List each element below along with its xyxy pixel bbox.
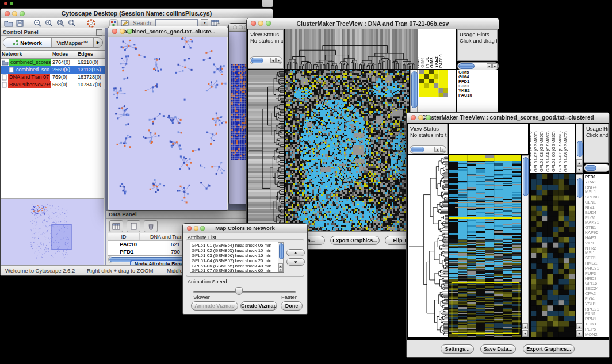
usage-hints-scrollbar[interactable] (584, 164, 610, 172)
network-graph-canvas[interactable] (109, 37, 227, 210)
create-vizmap-button[interactable]: Create Vizmap (240, 301, 277, 311)
heatmap-vscrollbar[interactable]: ▴ ▾ (522, 155, 529, 337)
gene-label[interactable]: VIP1 (585, 241, 609, 246)
gene-label[interactable]: PAC10 (458, 93, 498, 98)
column-label[interactable]: GPL51-07 (GSM868) (558, 131, 563, 172)
gene-label[interactable]: NTR2 (585, 246, 609, 251)
dialog-titlebar[interactable]: Map Colors to Network (183, 224, 307, 233)
zoom-fit-icon[interactable] (68, 19, 76, 27)
col-edges[interactable]: Edges (76, 51, 104, 58)
attribute-item[interactable]: GPL51-07 (GSM868) heat shock 60 min (192, 268, 277, 273)
gene-label[interactable]: TCB3 (585, 322, 609, 327)
speed-slider-track[interactable] (193, 291, 296, 293)
column-label[interactable]: GPL51-03 (GSM856) (540, 131, 544, 172)
zoom-in-icon[interactable] (45, 19, 53, 27)
gene-label[interactable]: MON2 (585, 332, 609, 338)
export-graphics-button[interactable]: Export Graphics... (330, 236, 380, 245)
gene-label[interactable]: RPN1 (585, 317, 609, 322)
gene-label[interactable]: HRD3 (585, 277, 609, 282)
tab-vizmapper[interactable]: VizMapper™ (52, 38, 94, 47)
close-icon[interactable] (187, 226, 192, 231)
gene-label[interactable]: BUD4 (585, 210, 609, 216)
column-dendrogram-canvas[interactable] (285, 29, 418, 69)
network1-titlebar[interactable]: combined_scores_good.txt--cluste... (108, 26, 228, 37)
minimize-icon[interactable] (12, 11, 17, 16)
tab-more-button[interactable]: ▶ (94, 38, 102, 47)
attribute-item[interactable]: GPL51-04 (GSM857) heat shock 20 min (192, 258, 277, 263)
zoom-icon[interactable] (127, 29, 132, 34)
gene-label[interactable]: RNR4 (585, 185, 609, 190)
export-graphics-button[interactable]: Export Graphics... (523, 344, 575, 354)
gene-label[interactable]: HMG1 (585, 261, 609, 266)
column-label[interactable]: GPL51-06 (GSM865) (552, 131, 556, 172)
close-icon[interactable] (251, 21, 256, 26)
gene-label[interactable]: PFD1 (585, 175, 609, 180)
tab-network[interactable]: Network (3, 38, 52, 47)
zoom-out-icon[interactable] (33, 19, 42, 27)
gene-label[interactable]: PEP5 (585, 327, 609, 332)
save-data-button[interactable]: Save Data... (480, 344, 516, 354)
gene-label[interactable]: NIS1 (585, 205, 609, 210)
col-network[interactable]: Network (1, 51, 51, 58)
gene-label[interactable]: RPO21 (585, 307, 609, 312)
row-dendrogram-canvas[interactable] (408, 155, 448, 337)
network-row-selected[interactable]: combined_sco 2569(6) 13112(15) (1, 66, 105, 74)
attribute-item[interactable]: GPL51-06 (GSM865) heat shock 40 min (192, 263, 277, 269)
gene-label[interactable]: FIG4 (585, 297, 609, 302)
treeview1-titlebar[interactable]: ClusterMaker TreeView : DNA and Tran 07-… (247, 18, 499, 29)
gene-label[interactable]: PUF3 (585, 271, 609, 277)
gene-label[interactable]: PHO81 (585, 266, 609, 271)
gene-label[interactable]: SPC98 (585, 195, 609, 200)
minimize-icon[interactable] (258, 21, 263, 26)
open-file-icon[interactable] (4, 20, 13, 27)
col-id[interactable]: ID (108, 233, 140, 240)
view-status-scrollbar[interactable]: ◂ ▸ (250, 56, 282, 64)
gene-label[interactable]: GTB1 (585, 225, 609, 231)
minimize-icon[interactable] (418, 115, 423, 120)
minimize-icon[interactable] (239, 25, 243, 29)
gene-label[interactable]: MAK31 (585, 220, 609, 225)
network-row[interactable]: combined_scores 2764(0) 16218(0) (1, 59, 105, 66)
close-icon[interactable] (233, 25, 237, 29)
usage-hints-scrollbar[interactable]: ◂ ▸ (457, 62, 499, 70)
settings-button[interactable]: Settings... (441, 344, 474, 354)
gene-label[interactable]: GPI16 (585, 281, 609, 286)
gene-label[interactable]: PAN1 (585, 312, 609, 317)
network-tree-empty-area[interactable] (1, 88, 104, 199)
attribute-item[interactable]: GPL51-01 (GSM854) heat shock 05 min (192, 243, 277, 248)
gene-label[interactable]: MSI1 (585, 251, 609, 256)
minimize-icon[interactable] (194, 226, 198, 231)
help-lifesaver-icon[interactable] (87, 19, 95, 28)
attribute-list-vscrollbar[interactable]: ▴ ▾ (278, 242, 284, 272)
gene-list-vscrollbar[interactable]: ▴ ▾ (576, 174, 583, 337)
gene-label[interactable]: CPA2 (585, 292, 609, 297)
float-panel-icon[interactable] (96, 29, 102, 36)
minimize-icon[interactable] (120, 29, 125, 34)
zoom-icon[interactable] (20, 11, 25, 16)
done-button[interactable]: Done (281, 301, 303, 311)
gene-label[interactable]: YRA1 (585, 180, 609, 185)
gene-label[interactable]: YSH1 (585, 302, 609, 307)
move-up-button[interactable]: ∧ (286, 249, 305, 256)
gene-label[interactable]: HAP3 (585, 236, 609, 241)
close-icon[interactable] (112, 29, 117, 34)
row-dendrogram-canvas[interactable] (248, 70, 284, 231)
main-titlebar[interactable]: Cytoscape Desktop (Session Name: collins… (1, 9, 273, 19)
column-label[interactable]: GPL51-01 (GSM854) (530, 131, 532, 172)
save-icon[interactable] (16, 20, 24, 27)
zoom-icon[interactable] (426, 115, 431, 120)
attribute-listbox[interactable]: GPL51-01 (GSM854) heat shock 05 minGPL51… (190, 242, 284, 273)
birdseye-view-canvas[interactable] (1, 199, 104, 265)
gene-label[interactable]: SEC24 (585, 286, 609, 292)
treeview2-titlebar[interactable]: ClusterMaker TreeView : combined_scores_… (407, 113, 609, 124)
column-labels-vscrollbar[interactable]: ▴ ▾ (576, 124, 583, 173)
attribute-item[interactable]: GPL51-03 (GSM856) heat shock 15 min (192, 253, 277, 258)
zoom-heatmap-canvas[interactable] (531, 174, 575, 337)
network-row[interactable]: DNA and Tran 07 769(0) 183728(0) (1, 74, 105, 81)
column-label[interactable]: GPL51-04 (GSM857) (546, 131, 550, 172)
gene-label[interactable]: SEC1 (585, 256, 609, 261)
attribute-item[interactable]: GPL51-02 (GSM855) heat shock 10 min (192, 248, 277, 253)
gene-label[interactable]: CLN1 (585, 200, 609, 205)
zoom-icon[interactable] (200, 226, 205, 231)
move-down-button[interactable]: ∨ (286, 258, 305, 266)
